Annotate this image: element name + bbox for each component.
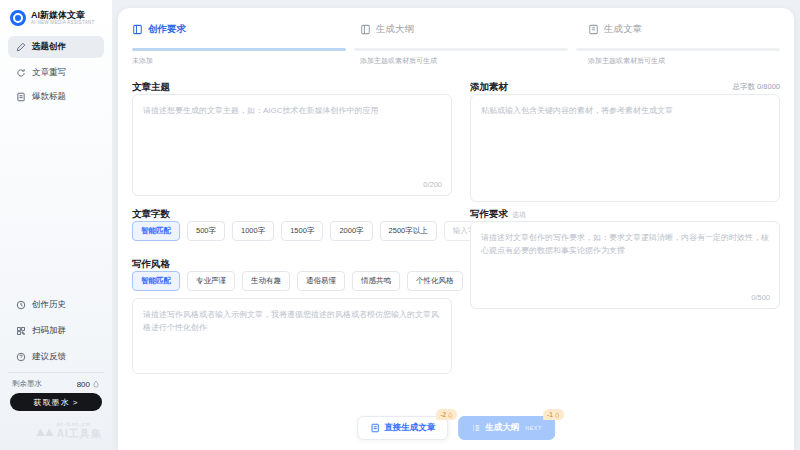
cost-badge: -1 — [543, 409, 564, 420]
requirement-textarea[interactable] — [471, 222, 779, 308]
word-count-chip-1000[interactable]: 1000字 — [232, 221, 274, 241]
sidebar-item-label: 文章重写 — [32, 67, 66, 79]
topic-textarea[interactable] — [133, 95, 451, 195]
requirement-counter: 0/500 — [751, 293, 770, 302]
outline-doc-icon — [360, 24, 371, 35]
sidebar-item-label: 选题创作 — [32, 41, 66, 53]
requirement-textarea-wrap: 0/500 — [470, 221, 780, 309]
style-textarea[interactable] — [133, 299, 451, 373]
ink-drop-icon — [92, 380, 100, 388]
sidebar-item-label: 扫码加群 — [32, 325, 66, 337]
sidebar: AI新媒体文章 AI NEW MEDIA ASSISTANT 选题创作 文章重写… — [0, 0, 112, 450]
edit-icon — [16, 42, 26, 52]
action-bar: 直接生成文章 -2 生成大纲 NEXT -1 — [357, 416, 555, 440]
cost-value: -1 — [547, 411, 553, 418]
word-count-chip-smart[interactable]: 智能匹配 — [132, 221, 180, 241]
tab-creation-requirements[interactable]: 创作要求 — [132, 23, 186, 36]
generate-outline-label: 生成大纲 — [485, 422, 519, 434]
sidebar-item-hot-title[interactable]: 爆款标题 — [8, 86, 104, 108]
divider — [8, 372, 104, 373]
app-logo: AI新媒体文章 AI NEW MEDIA ASSISTANT — [10, 10, 95, 26]
cost-value: -2 — [440, 411, 446, 418]
material-textarea[interactable] — [471, 95, 779, 201]
tab-status: 添加主题或素材后可生成 — [360, 56, 437, 66]
style-textarea-wrap — [132, 298, 452, 374]
tab-label: 生成大纲 — [376, 23, 414, 36]
sidebar-item-topic-creation[interactable]: 选题创作 — [8, 36, 104, 58]
requirements-doc-icon — [132, 24, 143, 35]
requirement-optional-tag: 选填 — [512, 211, 526, 218]
app-subtitle: AI NEW MEDIA ASSISTANT — [31, 20, 95, 25]
generate-outline-button[interactable]: 生成大纲 NEXT -1 — [458, 416, 555, 440]
tab-generate-article[interactable]: 生成文章 — [588, 23, 642, 36]
style-chip-personalized[interactable]: 个性化风格 — [407, 271, 463, 291]
get-ink-button[interactable]: 获取墨水 > — [10, 393, 102, 411]
generate-article-button[interactable]: 直接生成文章 -2 — [357, 416, 448, 440]
tab-label: 创作要求 — [148, 23, 186, 36]
ink-balance-label: 剩余墨水 — [12, 379, 42, 389]
article-doc-icon — [588, 24, 599, 35]
style-chip-smart[interactable]: 智能匹配 — [132, 271, 180, 291]
ink-drop-icon — [554, 412, 560, 418]
material-textarea-wrap — [470, 94, 780, 202]
next-tag: NEXT — [525, 425, 542, 431]
sidebar-item-feedback[interactable]: 建议反馈 — [16, 351, 66, 363]
feedback-icon — [16, 352, 26, 362]
ink-balance-value: 800 — [77, 380, 90, 389]
document-icon — [16, 92, 26, 102]
topic-section-label: 文章主题 — [132, 81, 170, 94]
word-count-chip-1500[interactable]: 1500字 — [281, 221, 323, 241]
app-window: AI新媒体文章 AI NEW MEDIA ASSISTANT 选题创作 文章重写… — [0, 0, 800, 450]
word-count-chip-500[interactable]: 500字 — [187, 221, 225, 241]
doc-icon — [370, 423, 380, 433]
progress-segment-3 — [576, 48, 780, 51]
word-count-chip-2500plus[interactable]: 2500字以上 — [380, 221, 437, 241]
requirement-section-label: 写作要求选填 — [470, 208, 526, 221]
tab-status: 未添加 — [132, 56, 153, 66]
tab-status: 添加主题或素材后可生成 — [588, 56, 665, 66]
style-chip-emotional[interactable]: 情感共鸣 — [352, 271, 400, 291]
word-count-chip-2000[interactable]: 2000字 — [330, 221, 372, 241]
watermark: ▲▲ ai-bot.cn AI工具集 — [34, 421, 102, 441]
style-chip-professional[interactable]: 专业严谨 — [187, 271, 235, 291]
history-icon — [16, 300, 26, 310]
progress-segment-1 — [132, 48, 346, 51]
word-count-section-label: 文章字数 — [132, 208, 170, 221]
material-total-counter: 总字数 0/8000 — [470, 82, 780, 92]
topic-textarea-wrap: 0/200 — [132, 94, 452, 196]
ink-balance: 剩余墨水 800 — [12, 379, 100, 389]
tab-generate-outline[interactable]: 生成大纲 — [360, 23, 414, 36]
sidebar-item-label: 爆款标题 — [32, 91, 66, 103]
main-panel: 创作要求 生成大纲 生成文章 未添加 添加主题或素材后可生成 添加主题或素材后可… — [118, 8, 794, 450]
progress-segment-2 — [354, 48, 568, 51]
app-title: AI新媒体文章 — [31, 11, 95, 21]
style-chip-plain[interactable]: 通俗易懂 — [297, 271, 345, 291]
style-section-label: 写作风格 — [132, 258, 170, 271]
requirement-label-text: 写作要求 — [470, 208, 508, 219]
tab-label: 生成文章 — [604, 23, 642, 36]
sidebar-item-label: 建议反馈 — [32, 351, 66, 363]
generate-article-label: 直接生成文章 — [384, 422, 435, 434]
topic-counter: 0/200 — [423, 180, 442, 189]
cost-badge: -2 — [436, 409, 457, 420]
watermark-logo-icon: ▲▲ — [34, 424, 52, 439]
logo-icon — [10, 10, 26, 26]
sidebar-item-history[interactable]: 创作历史 — [16, 299, 66, 311]
sidebar-item-qr-group[interactable]: 扫码加群 — [16, 325, 66, 337]
watermark-name: AI工具集 — [57, 427, 102, 441]
word-count-options: 智能匹配 500字 1000字 1500字 2000字 2500字以上 输入字数 — [132, 221, 492, 241]
sidebar-item-label: 创作历史 — [32, 299, 66, 311]
sidebar-item-article-rewrite[interactable]: 文章重写 — [8, 62, 104, 84]
list-icon — [471, 423, 481, 433]
style-options: 智能匹配 专业严谨 生动有趣 通俗易懂 情感共鸣 个性化风格 — [132, 271, 463, 291]
qr-code-icon — [16, 326, 26, 336]
rewrite-icon — [16, 68, 26, 78]
ink-drop-icon — [447, 412, 453, 418]
style-chip-vivid[interactable]: 生动有趣 — [242, 271, 290, 291]
